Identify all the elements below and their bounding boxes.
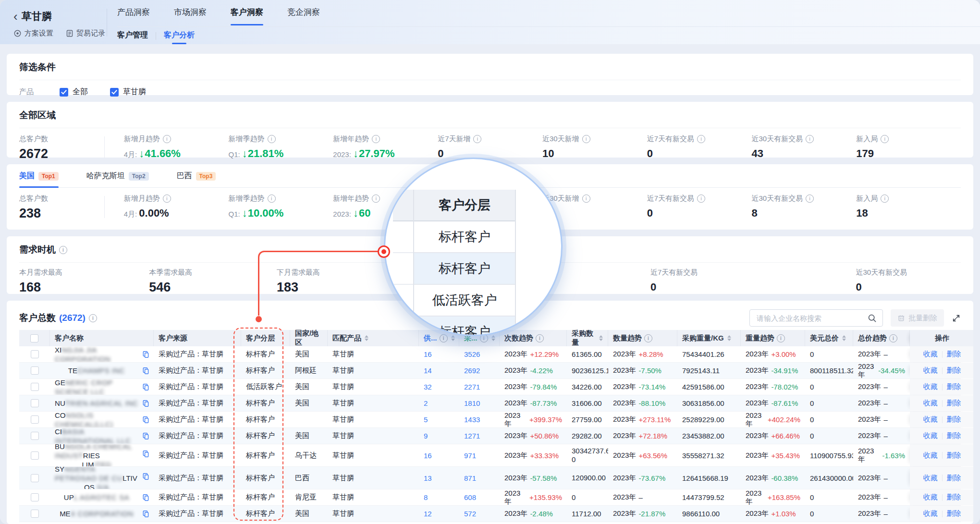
trend-year: 2023年 xyxy=(858,399,881,408)
row-checkbox[interactable] xyxy=(31,350,39,358)
action-link-收藏[interactable]: 收藏 xyxy=(923,350,938,359)
cell-usd: 0 xyxy=(805,379,853,395)
row-checkbox[interactable] xyxy=(31,383,39,391)
select-all-checkbox[interactable] xyxy=(30,334,38,342)
copy-icon[interactable] xyxy=(142,473,149,480)
info-icon[interactable]: i xyxy=(163,135,171,143)
info-icon[interactable]: i xyxy=(697,195,705,203)
info-icon[interactable]: i xyxy=(89,314,97,322)
action-link-收藏[interactable]: 收藏 xyxy=(923,415,938,424)
info-icon[interactable]: i xyxy=(644,334,652,342)
info-icon[interactable]: i xyxy=(473,135,481,143)
info-icon[interactable]: i xyxy=(59,246,67,254)
row-checkbox[interactable] xyxy=(31,366,39,375)
action-link-删除[interactable]: 删除 xyxy=(947,451,961,460)
search-input[interactable] xyxy=(756,314,863,323)
row-checkbox[interactable] xyxy=(31,415,39,424)
copy-icon[interactable] xyxy=(142,432,149,440)
action-link-收藏[interactable]: 收藏 xyxy=(923,431,938,440)
info-icon[interactable]: i xyxy=(440,334,448,342)
info-icon[interactable]: i xyxy=(582,135,590,143)
info-icon[interactable]: i xyxy=(372,135,380,143)
search-icon[interactable] xyxy=(868,314,877,323)
copy-icon[interactable] xyxy=(142,416,149,424)
header-action-贸易记录[interactable]: 贸易记录 xyxy=(66,29,105,38)
main-tab-竞企洞察[interactable]: 竞企洞察 xyxy=(287,7,320,24)
back-icon[interactable]: ‹ xyxy=(13,11,18,22)
filter-option-全部[interactable]: 全部 xyxy=(60,87,88,97)
main-tab-客户洞察[interactable]: 客户洞察 xyxy=(231,7,263,24)
sort-icon[interactable] xyxy=(451,335,455,341)
info-icon[interactable]: i xyxy=(163,195,171,203)
info-icon[interactable]: i xyxy=(881,195,889,203)
copy-icon[interactable] xyxy=(142,400,149,407)
action-link-删除[interactable]: 删除 xyxy=(947,399,961,408)
info-icon[interactable]: i xyxy=(881,135,889,143)
sort-icon[interactable] xyxy=(365,335,368,341)
sort-icon[interactable] xyxy=(727,335,731,341)
action-link-删除[interactable]: 删除 xyxy=(947,366,961,375)
page-title: 草甘膦 xyxy=(22,10,52,23)
row-checkbox[interactable] xyxy=(31,474,39,482)
sub-tab-客户分析[interactable]: 客户分析 xyxy=(164,30,195,44)
filter-option-草甘膦[interactable]: 草甘膦 xyxy=(110,87,146,97)
info-icon[interactable]: i xyxy=(806,195,814,203)
batch-delete-button[interactable]: 批量删除 xyxy=(891,309,944,327)
fullscreen-icon[interactable] xyxy=(952,314,961,323)
copy-icon[interactable] xyxy=(142,351,149,358)
info-icon[interactable]: i xyxy=(697,135,705,143)
action-link-删除[interactable]: 删除 xyxy=(947,493,961,502)
action-link-收藏[interactable]: 收藏 xyxy=(923,399,938,408)
country-tab-巴西[interactable]: 巴西Top3 xyxy=(177,171,216,187)
info-icon[interactable]: i xyxy=(268,195,276,203)
sort-icon[interactable] xyxy=(491,335,495,341)
stat-label: 新增月趋势i xyxy=(124,194,229,203)
copy-icon[interactable] xyxy=(142,367,149,375)
clear-name-text: BU xyxy=(55,444,65,451)
checkbox-checked[interactable] xyxy=(110,88,119,97)
copy-icon[interactable] xyxy=(142,383,149,391)
action-link-删除[interactable]: 删除 xyxy=(947,474,961,483)
sub-tab-客户管理[interactable]: 客户管理 xyxy=(117,30,148,44)
action-link-收藏[interactable]: 收藏 xyxy=(923,451,938,460)
copy-icon[interactable] xyxy=(142,450,149,458)
stat-value: 10 xyxy=(542,147,647,160)
stat-label: 近30天有新交易i xyxy=(751,134,856,144)
action-link-删除[interactable]: 删除 xyxy=(947,509,961,518)
header-action-方案设置[interactable]: 方案设置 xyxy=(13,29,53,38)
row-checkbox[interactable] xyxy=(31,451,39,460)
main-tab-产品洞察[interactable]: 产品洞察 xyxy=(117,7,150,24)
action-link-收藏[interactable]: 收藏 xyxy=(923,509,938,518)
info-icon[interactable]: i xyxy=(777,334,785,342)
sort-icon[interactable] xyxy=(599,335,603,341)
copy-icon[interactable] xyxy=(142,494,149,501)
info-icon[interactable]: i xyxy=(536,334,544,342)
info-icon[interactable]: i xyxy=(889,334,897,342)
copy-icon[interactable] xyxy=(142,510,149,518)
main-tab-市场洞察[interactable]: 市场洞察 xyxy=(174,7,207,24)
sort-icon[interactable] xyxy=(842,335,846,341)
action-link-删除[interactable]: 删除 xyxy=(947,415,961,424)
action-link-收藏[interactable]: 收藏 xyxy=(923,474,938,483)
action-link-删除[interactable]: 删除 xyxy=(947,431,961,440)
info-icon[interactable]: i xyxy=(582,195,590,203)
stat-value-number: 0.00% xyxy=(139,207,169,219)
action-link-删除[interactable]: 删除 xyxy=(947,350,961,359)
action-link-收藏[interactable]: 收藏 xyxy=(923,493,938,502)
row-checkbox[interactable] xyxy=(31,399,39,407)
action-link-删除[interactable]: 删除 xyxy=(947,382,961,391)
customer-name-line: XINGJIA JIA CORPORATION xyxy=(55,346,138,362)
row-checkbox[interactable] xyxy=(31,432,39,440)
info-icon[interactable]: i xyxy=(372,195,380,203)
row-checkbox[interactable] xyxy=(31,493,39,501)
info-icon[interactable]: i xyxy=(268,135,276,143)
checkbox-checked[interactable] xyxy=(60,88,68,97)
row-checkbox[interactable] xyxy=(31,510,39,518)
stat-新增年趋势: 新增年趋势i2023:↓27.97% xyxy=(333,134,438,161)
country-tab-哈萨克斯坦[interactable]: 哈萨克斯坦Top2 xyxy=(86,171,149,187)
stat-新增季趋势: 新增季趋势iQ1:↓21.81% xyxy=(229,134,333,161)
action-link-收藏[interactable]: 收藏 xyxy=(923,382,938,391)
action-link-收藏[interactable]: 收藏 xyxy=(923,366,938,375)
country-tab-美国[interactable]: 美国Top1 xyxy=(19,171,59,187)
info-icon[interactable]: i xyxy=(806,135,814,143)
